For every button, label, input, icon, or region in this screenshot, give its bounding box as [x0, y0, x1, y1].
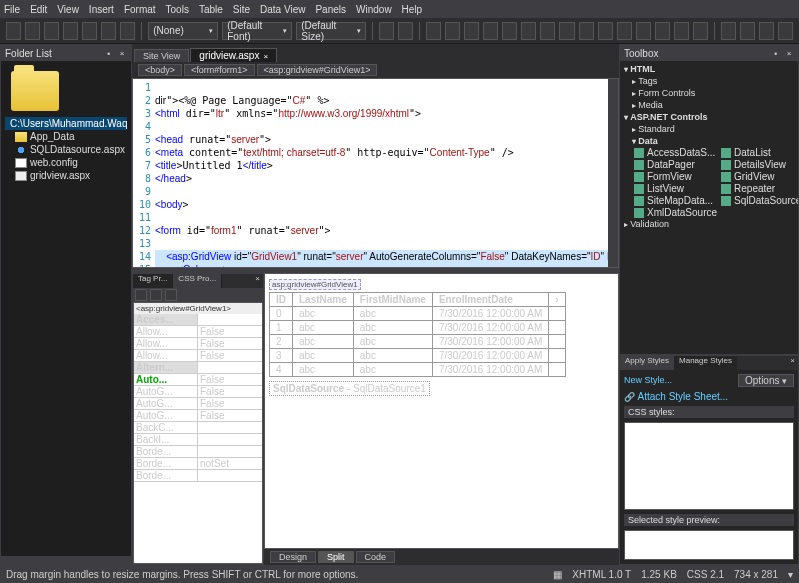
new-style-link[interactable]: New Style... [624, 375, 672, 385]
menu-format[interactable]: Format [124, 4, 156, 15]
prop-toolbar-btn[interactable] [165, 289, 177, 301]
crumb-form[interactable]: <form#form1> [184, 64, 255, 76]
toolbox-item[interactable]: XmlDataSource [634, 207, 717, 218]
property-row[interactable]: AutoG...False [134, 398, 262, 410]
property-row[interactable]: Allow...False [134, 338, 262, 350]
status-css-schema[interactable]: CSS 2.1 [687, 569, 724, 580]
menu-window[interactable]: Window [356, 4, 392, 15]
prop-toolbar-btn[interactable] [150, 289, 162, 301]
property-row[interactable]: BackI... [134, 434, 262, 446]
menu-table[interactable]: Table [199, 4, 223, 15]
list-button[interactable] [559, 22, 574, 40]
align-right-button[interactable] [521, 22, 536, 40]
menu-panels[interactable]: Panels [315, 4, 346, 15]
tree-item[interactable]: web.config [5, 156, 127, 169]
property-row[interactable]: Borde... [134, 470, 262, 482]
new-button[interactable] [6, 22, 21, 40]
tool-button[interactable] [778, 22, 793, 40]
style-dropdown[interactable]: (None)▾ [148, 22, 218, 40]
toolbox-item[interactable]: AccessDataS... [634, 147, 717, 158]
menu-edit[interactable]: Edit [30, 4, 47, 15]
attach-stylesheet-link[interactable]: 🔗 Attach Style Sheet... [624, 391, 794, 402]
tool-button[interactable] [759, 22, 774, 40]
code-editor[interactable]: 12345678910111213141516171819 dir"><%@ P… [132, 78, 619, 268]
close-icon[interactable]: × [784, 48, 794, 58]
tab-manage-styles[interactable]: Manage Styles [674, 356, 737, 370]
tab-apply-styles[interactable]: Apply Styles [620, 356, 674, 370]
toolbox-cat-formcontrols[interactable]: Form Controls [632, 87, 794, 99]
status-icon[interactable]: ▾ [788, 569, 793, 580]
toolbox-cat-tags[interactable]: Tags [632, 75, 794, 87]
tool-button[interactable] [740, 22, 755, 40]
toolbox-cat-media[interactable]: Media [632, 99, 794, 111]
status-doctype[interactable]: XHTML 1.0 T [572, 569, 631, 580]
close-tab-icon[interactable]: × [263, 52, 268, 61]
list-button[interactable] [579, 22, 594, 40]
align-center-button[interactable] [502, 22, 517, 40]
scrollbar-h[interactable] [1, 556, 131, 564]
toolbox-cat-validation[interactable]: Validation [624, 218, 794, 230]
table-row[interactable]: 0abcabc7/30/2016 12:00:00 AM [270, 307, 566, 321]
fontsize-dropdown[interactable]: (Default Size)▾ [296, 22, 366, 40]
code-area[interactable]: dir"><%@ Page Language="C#" %> <html dir… [155, 79, 608, 267]
menu-file[interactable]: File [4, 4, 20, 15]
property-row[interactable]: BackC... [134, 422, 262, 434]
tool-button[interactable] [63, 22, 78, 40]
property-row[interactable]: Borde...notSet [134, 458, 262, 470]
tool-button[interactable] [693, 22, 708, 40]
view-tab-code[interactable]: Code [356, 551, 396, 563]
property-row[interactable]: Altern... [134, 362, 262, 374]
tab-gridview[interactable]: gridview.aspx× [190, 48, 277, 62]
property-row[interactable]: AutoG...False [134, 386, 262, 398]
tab-tag-properties[interactable]: Tag Pr... [133, 274, 173, 288]
scrollbar-v[interactable] [608, 79, 618, 267]
align-justify-button[interactable] [540, 22, 555, 40]
toolbox-item[interactable]: FormView [634, 171, 717, 182]
view-tab-split[interactable]: Split [318, 551, 354, 563]
borders-button[interactable] [636, 22, 651, 40]
prop-toolbar-btn[interactable] [135, 289, 147, 301]
highlight-button[interactable] [655, 22, 670, 40]
gridview-smarttag-icon[interactable]: › [549, 293, 565, 307]
crumb-gridview[interactable]: <asp:gridview#GridView1> [257, 64, 378, 76]
tool-button[interactable] [674, 22, 689, 40]
css-styles-list[interactable] [624, 422, 794, 510]
property-row[interactable]: Allow...False [134, 326, 262, 338]
tab-css-properties[interactable]: CSS Pro... [173, 274, 222, 288]
font-dropdown[interactable]: (Default Font)▾ [222, 22, 292, 40]
outdent-button[interactable] [598, 22, 613, 40]
property-row[interactable]: Auto...False [134, 374, 262, 386]
toolbox-item[interactable]: DetailsView [721, 159, 798, 170]
table-row[interactable]: 1abcabc7/30/2016 12:00:00 AM [270, 321, 566, 335]
tree-item[interactable]: App_Data [5, 130, 127, 143]
tool-button[interactable] [101, 22, 116, 40]
menu-insert[interactable]: Insert [89, 4, 114, 15]
table-row[interactable]: 4abcabc7/30/2016 12:00:00 AM [270, 363, 566, 377]
toolbox-cat-data[interactable]: Data [632, 135, 794, 147]
tool-button[interactable] [120, 22, 135, 40]
bold-button[interactable] [426, 22, 441, 40]
toolbox-cat-aspnet[interactable]: ASP.NET Controls [624, 111, 794, 123]
menu-tools[interactable]: Tools [166, 4, 189, 15]
toolbox-item[interactable]: SqlDataSource [721, 195, 798, 206]
toolbox-item[interactable]: Repeater [721, 183, 798, 194]
menu-help[interactable]: Help [402, 4, 423, 15]
property-row[interactable]: Acces... [134, 314, 262, 326]
sqldatasource-control[interactable]: SqlDataSource - SqlDataSource1 [269, 381, 430, 396]
toolbox-item[interactable]: ListView [634, 183, 717, 194]
pin-icon[interactable]: ▪ [104, 48, 114, 58]
indent-button[interactable] [617, 22, 632, 40]
save-button[interactable] [44, 22, 59, 40]
folder-large-icon[interactable] [11, 71, 59, 111]
table-row[interactable]: 2abcabc7/30/2016 12:00:00 AM [270, 335, 566, 349]
options-button[interactable]: Options ▾ [738, 374, 794, 387]
close-icon[interactable]: × [117, 48, 127, 58]
pin-icon[interactable]: ▪ [771, 48, 781, 58]
view-tab-design[interactable]: Design [270, 551, 316, 563]
status-visual-aids-icon[interactable]: ▦ [553, 569, 562, 580]
table-row[interactable]: 3abcabc7/30/2016 12:00:00 AM [270, 349, 566, 363]
gridview-preview[interactable]: IDLastNameFirstMidNameEnrollmentDate› 0a… [269, 292, 566, 377]
toolbox-item[interactable]: GridView [721, 171, 798, 182]
italic-button[interactable] [445, 22, 460, 40]
redo-button[interactable] [398, 22, 413, 40]
